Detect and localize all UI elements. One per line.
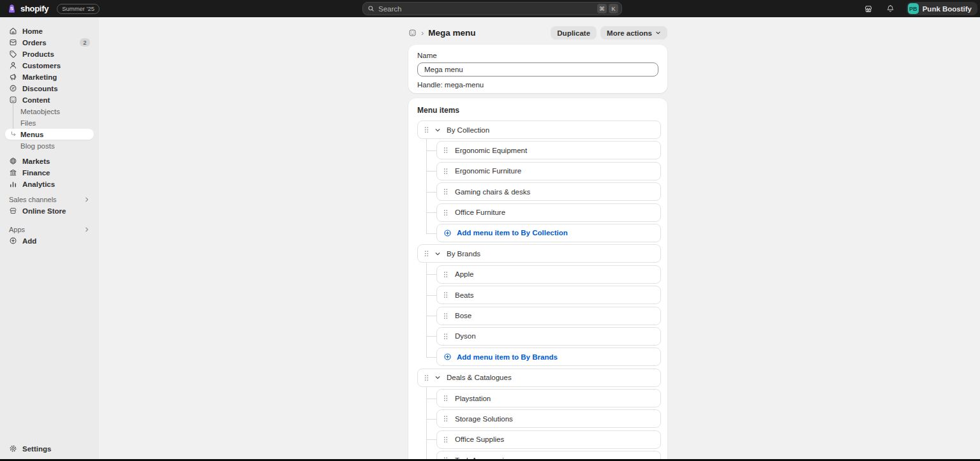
menu-item-label: Ergonomic Equipment	[455, 147, 527, 154]
drag-handle-icon	[443, 147, 448, 154]
k-key: K	[609, 4, 618, 13]
menu-item-row[interactable]: Bose	[436, 307, 661, 325]
tree-connector	[426, 439, 436, 440]
tree-connector	[426, 316, 436, 316]
duplicate-button[interactable]: Duplicate	[551, 26, 597, 40]
menu-item-row[interactable]: Deals & Catalogues	[417, 369, 661, 387]
sidebar-item-markets[interactable]: Markets	[5, 156, 94, 166]
sidebar-item-analytics[interactable]: Analytics	[5, 179, 94, 189]
sidebar-nav: HomeOrders2ProductsCustomersMarketingDis…	[0, 26, 99, 247]
sidebar-item-products[interactable]: Products	[5, 48, 94, 59]
products-icon	[9, 50, 17, 58]
cmd-key: ⌘	[597, 4, 607, 13]
sidebar-item-label: Files	[20, 119, 36, 127]
sidebar-item-marketing[interactable]: Marketing	[5, 71, 94, 82]
sidebar-item-orders[interactable]: Orders2	[5, 37, 94, 48]
add-menu-item-button[interactable]: Add menu item to By Collection	[436, 224, 661, 242]
sidebar-item-content[interactable]: Content	[5, 94, 94, 105]
sidebar-section-label: Apps	[9, 226, 25, 233]
orders-count-badge: 2	[80, 38, 90, 47]
menu-item-label: Apple	[455, 270, 473, 278]
menu-item-row[interactable]: Storage Solutions	[436, 409, 661, 428]
sidebar-item-label: Add	[22, 237, 36, 245]
add-menu-item-button[interactable]: Add menu item to By Brands	[436, 348, 661, 366]
menu-item-row[interactable]: Beats	[436, 286, 661, 304]
drag-handle-icon	[424, 374, 429, 381]
sidebar-item-finance[interactable]: Finance	[5, 167, 94, 178]
plus-circle-icon	[443, 229, 452, 237]
drag-handle-icon	[443, 271, 448, 278]
tree-connector	[426, 295, 436, 296]
menu-group: Deals & CataloguesPlaystationStorage Sol…	[417, 369, 661, 459]
menu-item-label: By Collection	[447, 126, 489, 134]
chevron-down-icon	[434, 374, 441, 381]
menu-item-label: Tech Accessories	[455, 457, 512, 459]
menu-group: By CollectionErgonomic EquipmentErgonomi…	[417, 121, 661, 242]
shopify-logo[interactable]: S shopify Summer '25	[0, 4, 100, 14]
add-icon	[9, 237, 17, 245]
store-preview-button[interactable]	[862, 3, 875, 15]
sidebar-item-add[interactable]: Add	[5, 235, 94, 246]
sidebar-section-sales-channels[interactable]: Sales channels	[5, 194, 94, 205]
menu-item-row[interactable]: Ergonomic Equipment	[436, 141, 661, 159]
finance-icon	[9, 168, 17, 177]
menu-item-label: Deals & Catalogues	[447, 374, 512, 381]
tree-connector	[426, 387, 427, 459]
chevron-down-icon	[434, 251, 441, 257]
menu-item-label: Gaming chairs & desks	[455, 188, 530, 196]
sidebar-item-label: Analytics	[22, 180, 55, 188]
sidebar-item-customers[interactable]: Customers	[5, 60, 94, 71]
chevron-down-icon	[434, 127, 441, 133]
turn-arrow-icon	[10, 131, 17, 139]
shopify-wordmark: shopify	[20, 4, 48, 13]
sidebar-item-menus[interactable]: Menus	[5, 129, 94, 140]
content-breadcrumb-icon	[408, 29, 417, 37]
sidebar-item-files[interactable]: Files	[5, 117, 94, 128]
search-icon	[368, 3, 375, 15]
menu-item-row[interactable]: By Brands	[417, 244, 661, 263]
menu-item-label: Bose	[455, 312, 471, 319]
tree-connector	[426, 357, 436, 358]
store-icon	[9, 207, 17, 215]
sidebar-item-online-store[interactable]: Online Store	[5, 205, 94, 216]
sidebar-item-settings[interactable]: Settings	[5, 443, 94, 454]
menu-item-row[interactable]: Dyson	[436, 327, 661, 346]
drag-handle-icon	[443, 209, 448, 216]
sidebar-section-apps[interactable]: Apps	[5, 224, 94, 235]
notifications-button[interactable]	[884, 3, 897, 15]
customers-icon	[9, 61, 17, 70]
user-menu[interactable]: PB Punk Boostify	[907, 2, 977, 15]
global-search-input[interactable]: Search ⌘ K	[362, 2, 622, 15]
drag-handle-icon	[443, 312, 448, 319]
menu-item-label: Beats	[455, 291, 473, 299]
menu-item-row[interactable]: By Collection	[417, 121, 661, 139]
chevron-right-icon	[84, 196, 90, 203]
sidebar-item-discounts[interactable]: Discounts	[5, 83, 94, 94]
sidebar-section-label: Sales channels	[9, 196, 57, 203]
tree-connector	[426, 150, 436, 151]
menu-item-row[interactable]: Office Supplies	[436, 430, 661, 449]
menu-item-label: Ergonomic Furniture	[455, 167, 521, 175]
menu-item-row[interactable]: Apple	[436, 265, 661, 284]
sidebar-item-home[interactable]: Home	[5, 26, 94, 36]
drag-handle-icon	[443, 291, 448, 298]
sidebar-item-blog-posts[interactable]: Blog posts	[5, 140, 94, 151]
menu-item-row[interactable]: Office Furniture	[436, 203, 661, 222]
sidebar-item-metaobjects[interactable]: Metaobjects	[5, 106, 94, 117]
sidebar-item-label: Home	[22, 27, 43, 35]
menu-item-row[interactable]: Gaming chairs & desks	[436, 182, 661, 201]
tree-connector	[426, 171, 436, 172]
name-input[interactable]	[417, 62, 658, 77]
menu-item-label: Office Supplies	[455, 435, 504, 443]
menu-item-row[interactable]: Ergonomic Furniture	[436, 162, 661, 180]
menu-group: By BrandsAppleBeatsBoseDysonAdd menu ite…	[417, 244, 661, 366]
drag-handle-icon	[443, 457, 448, 459]
menu-item-row[interactable]: Tech Accessories	[436, 451, 661, 459]
menu-item-row[interactable]: Playstation	[436, 389, 661, 407]
menu-items-title: Menu items	[417, 106, 661, 115]
topbar: S shopify Summer '25 Search ⌘ K PB Punk …	[0, 0, 980, 17]
drag-handle-icon	[443, 333, 448, 340]
topbar-right: PB Punk Boostify	[862, 2, 980, 15]
sidebar: HomeOrders2ProductsCustomersMarketingDis…	[0, 17, 99, 459]
more-actions-button[interactable]: More actions	[600, 26, 667, 40]
